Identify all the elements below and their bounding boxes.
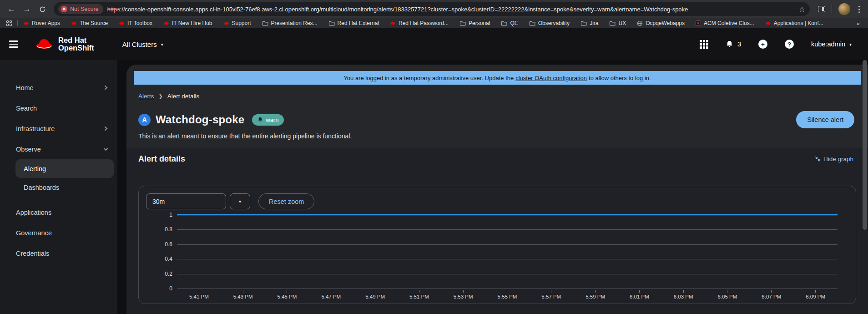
cluster-selector-label: All Clusters	[122, 41, 157, 48]
apps-shortcut-icon[interactable]	[6, 20, 12, 26]
bookmark-item[interactable]: Red Hat External	[328, 20, 379, 26]
bookmark-item[interactable]: OcpqeWebapps	[637, 20, 685, 26]
bookmark-label: IT Toolbox	[127, 20, 152, 26]
sidebar-item-infrastructure[interactable]: Infrastructure	[0, 118, 117, 139]
breadcrumb-alerts-link[interactable]: Alerts	[138, 93, 154, 100]
sidebar-item-label: Home	[16, 84, 103, 91]
hide-graph-toggle[interactable]: Hide graph	[815, 156, 853, 162]
bookmark-item[interactable]: Applications | Konf...	[765, 20, 823, 26]
folder-icon	[580, 20, 587, 26]
forward-icon[interactable]: →	[20, 2, 34, 16]
not-secure-chip[interactable]: ✕ Not Secure	[58, 4, 103, 14]
folder-icon	[609, 20, 616, 26]
sidebar-item-dashboards[interactable]: Dashboards	[0, 178, 117, 197]
severity-badge: warn	[252, 114, 284, 126]
back-icon[interactable]: ←	[5, 2, 18, 16]
acm-favicon	[696, 20, 701, 26]
y-axis-tick-label: 0.8	[165, 226, 172, 233]
browser-profile-avatar[interactable]	[838, 3, 850, 15]
alert-description: This is an alert meant to ensure that th…	[138, 132, 856, 140]
bookmark-item[interactable]: Support	[223, 20, 251, 26]
graph-controls: 30m ▾ Reset zoom	[146, 193, 856, 209]
silence-alert-button[interactable]: Silence alert	[796, 111, 854, 128]
x-axis-tick-label: 6:07 PM	[762, 294, 781, 299]
bookmark-item[interactable]: Personal	[459, 20, 490, 26]
brand-logo[interactable]: Red Hat OpenShift	[35, 36, 94, 52]
side-panel-icon[interactable]	[818, 6, 825, 12]
x-axis-tick: 5:57 PM	[529, 290, 573, 299]
sidebar-item-search[interactable]: Search	[0, 98, 117, 118]
sidebar-item-alerting[interactable]: Alerting	[15, 159, 114, 178]
chevron-down-icon	[103, 147, 108, 152]
notifications-button[interactable]: 3	[726, 41, 741, 48]
reset-zoom-button[interactable]: Reset zoom	[258, 193, 314, 209]
scrollbar[interactable]	[863, 60, 867, 230]
sidebar-item-credentials[interactable]: Credentials	[0, 243, 117, 263]
bookmark-item[interactable]: ACM Coletive Clus...	[696, 20, 754, 26]
bookmark-label: Applications | Konf...	[774, 20, 823, 26]
tick-mark	[287, 290, 287, 293]
time-range-dropdown-button[interactable]: ▾	[230, 193, 250, 209]
bookmark-item[interactable]: IT New Hire Hub	[163, 20, 212, 26]
brand-line2: OpenShift	[58, 44, 94, 52]
x-axis-tick: 6:01 PM	[617, 290, 661, 299]
not-secure-icon: ✕	[61, 6, 67, 12]
bookmark-item[interactable]: Jira	[580, 20, 598, 26]
help-icon[interactable]: ?	[785, 40, 794, 49]
y-axis-tick-label: 0.2	[165, 271, 172, 277]
bookmark-item[interactable]: Presentation Res...	[262, 20, 318, 26]
x-axis-tick: 5:59 PM	[573, 290, 617, 299]
app-launcher-icon[interactable]	[700, 40, 708, 49]
bookmark-label: QE	[510, 20, 518, 26]
user-menu[interactable]: kube:admin ▾	[811, 41, 852, 48]
oauth-config-link[interactable]: cluster OAuth configuration	[515, 75, 587, 81]
sidebar-item-applications[interactable]: Applications	[0, 202, 117, 223]
bookmark-item[interactable]: The Source	[71, 20, 108, 26]
bookmark-item[interactable]: Rover Apps	[23, 20, 60, 26]
x-axis-tick: 5:45 PM	[265, 290, 309, 299]
x-axis-tick: 6:05 PM	[706, 290, 750, 299]
y-axis-tick-label: 0.4	[165, 256, 172, 262]
time-range-input[interactable]: 30m	[146, 193, 226, 209]
add-icon[interactable]: +	[758, 40, 767, 49]
chevron-down-icon: ▾	[849, 42, 852, 47]
browser-menu-icon[interactable]	[857, 4, 862, 15]
bookmark-star-icon[interactable]: ☆	[799, 5, 805, 14]
x-axis-tick-label: 6:09 PM	[806, 294, 825, 299]
cluster-selector[interactable]: All Clusters ▾	[122, 41, 163, 48]
sidebar-item-observe[interactable]: Observe	[0, 139, 117, 159]
bookmark-label: Red Hat External	[338, 20, 379, 26]
y-axis-tick-label: 1	[169, 212, 172, 218]
bell-icon	[726, 41, 733, 48]
tick-mark	[815, 290, 816, 293]
x-axis-tick: 5:47 PM	[309, 290, 353, 299]
tick-mark	[727, 290, 727, 293]
bookmark-item[interactable]: Red Hat Password...	[390, 20, 449, 26]
bookmarks-list: Rover AppsThe SourceIT ToolboxIT New Hir…	[23, 20, 852, 26]
alert-resource-icon: A	[138, 114, 151, 126]
bookmark-item[interactable]: UX	[609, 20, 626, 26]
tick-mark	[551, 290, 551, 293]
toolbar-divider	[832, 5, 832, 13]
address-bar[interactable]: ✕ Not Secure https://console-openshift-c…	[54, 2, 810, 16]
folder-icon	[262, 20, 268, 26]
sidebar-item-label: Infrastructure	[16, 125, 103, 132]
sidebar-item-home[interactable]: Home	[0, 77, 117, 98]
tick-mark	[683, 290, 684, 293]
sidebar-item-governance[interactable]: Governance	[0, 223, 117, 243]
folder-icon	[328, 20, 335, 26]
bookmark-item[interactable]: IT Toolbox	[119, 20, 152, 26]
chevron-right-icon	[103, 85, 108, 90]
nav-toggle-icon[interactable]	[9, 41, 18, 47]
bookmark-item[interactable]: Observability	[529, 20, 570, 26]
url-scheme: https	[107, 6, 120, 13]
chart-plot-area[interactable]: 00.20.40.60.81	[177, 215, 838, 289]
x-axis-tick-label: 6:03 PM	[674, 294, 693, 299]
bookmarks-overflow-icon[interactable]: »	[857, 20, 862, 27]
bookmark-item[interactable]: QE	[501, 20, 518, 26]
x-axis-tick: 6:09 PM	[793, 290, 838, 299]
reload-icon[interactable]	[35, 2, 49, 16]
browser-actions	[814, 3, 863, 15]
x-axis-tick-label: 6:01 PM	[630, 294, 649, 299]
banner-text-prefix: You are logged in as a temporary adminis…	[343, 75, 514, 81]
